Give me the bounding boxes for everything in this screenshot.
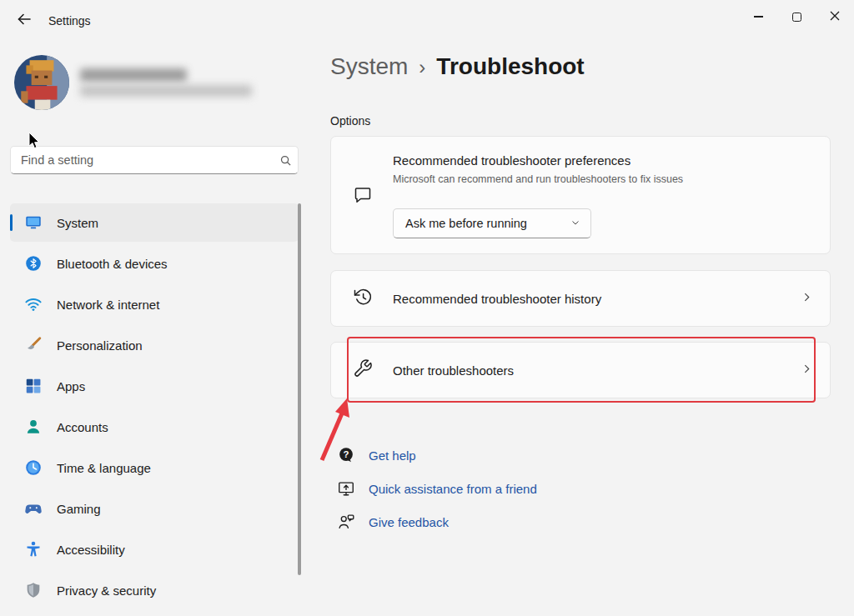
link-label: Give feedback xyxy=(369,515,449,529)
sidebar-item-label: Time & language xyxy=(57,461,151,475)
close-icon xyxy=(830,9,840,24)
window-titlebar: Settings xyxy=(0,0,854,40)
sidebar-item-label: Accessibility xyxy=(57,543,125,557)
personalization-icon xyxy=(23,335,43,355)
search-input[interactable] xyxy=(11,153,273,167)
sidebar-item-label: System xyxy=(57,216,98,230)
close-button[interactable] xyxy=(816,0,854,33)
sidebar-item-label: Network & internet xyxy=(57,298,159,312)
maximize-icon xyxy=(792,13,801,22)
card-troubleshooter-history[interactable]: Recommended troubleshooter history xyxy=(330,270,831,327)
get-help-link[interactable]: ? Get help xyxy=(330,438,537,472)
window-title: Settings xyxy=(48,14,91,28)
help-links: ? Get help Quick assistance from a frien… xyxy=(330,438,537,538)
sidebar-item-label: Accounts xyxy=(57,420,108,434)
maximize-button[interactable] xyxy=(777,0,816,33)
bluetooth-icon xyxy=(23,253,43,273)
dropdown-value: Ask me before running xyxy=(405,217,527,230)
user-email-blurred xyxy=(80,85,252,97)
sidebar-item-accounts[interactable]: Accounts xyxy=(10,408,299,446)
chevron-right-icon xyxy=(801,291,813,307)
gaming-icon xyxy=(23,498,43,518)
search-icon xyxy=(273,154,298,167)
svg-text:?: ? xyxy=(344,449,349,459)
accessibility-icon xyxy=(23,539,43,559)
sidebar-item-privacy-security[interactable]: Privacy & security xyxy=(10,571,299,609)
sidebar-item-time-language[interactable]: Time & language xyxy=(10,448,299,487)
sidebar-item-label: Personalization xyxy=(57,338,143,353)
breadcrumb: System › Troubleshoot xyxy=(330,53,585,80)
sidebar: System Bluetooth & devices Network & int… xyxy=(0,40,310,616)
breadcrumb-separator: › xyxy=(419,54,425,79)
time-language-icon xyxy=(23,458,43,478)
sidebar-item-accessibility[interactable]: Accessibility xyxy=(10,530,299,568)
main-content: System › Troubleshoot Options Recommende… xyxy=(330,40,831,616)
card-subtitle: Microsoft can recommend and run troubles… xyxy=(393,173,683,185)
apps-icon xyxy=(23,376,43,396)
sidebar-item-bluetooth[interactable]: Bluetooth & devices xyxy=(10,244,299,283)
troubleshooter-preference-dropdown[interactable]: Ask me before running xyxy=(393,208,591,238)
link-label: Quick assistance from a friend xyxy=(369,482,537,496)
quick-assistance-link[interactable]: Quick assistance from a friend xyxy=(330,472,537,505)
settings-window: Settings xyxy=(0,0,854,616)
sidebar-item-gaming[interactable]: Gaming xyxy=(10,489,299,528)
sidebar-item-label: Apps xyxy=(57,379,85,393)
card-troubleshooter-preferences: Recommended troubleshooter preferences M… xyxy=(330,136,831,254)
back-button[interactable] xyxy=(10,8,38,33)
page-title: Troubleshoot xyxy=(436,53,584,80)
sidebar-item-label: Privacy & security xyxy=(57,583,156,598)
network-icon xyxy=(23,294,43,314)
avatar xyxy=(14,55,69,110)
history-icon xyxy=(353,287,373,310)
sidebar-scrollbar[interactable] xyxy=(298,203,301,575)
breadcrumb-system[interactable]: System xyxy=(330,53,408,80)
privacy-security-icon xyxy=(23,580,43,600)
sidebar-nav: System Bluetooth & devices Network & int… xyxy=(10,203,299,612)
card-title: Recommended troubleshooter history xyxy=(393,292,781,306)
sidebar-item-system[interactable]: System xyxy=(10,203,299,242)
card-title: Other troubleshooters xyxy=(393,363,781,378)
sidebar-item-label: Gaming xyxy=(57,502,101,516)
user-name-blurred xyxy=(80,68,187,82)
chevron-down-icon xyxy=(570,217,580,230)
card-other-troubleshooters[interactable]: Other troubleshooters xyxy=(330,342,831,398)
speech-bubble-icon xyxy=(353,185,373,208)
options-section-label: Options xyxy=(330,114,370,128)
minimize-button[interactable] xyxy=(739,0,777,33)
minimize-icon xyxy=(754,16,763,17)
sidebar-item-personalization[interactable]: Personalization xyxy=(10,326,299,364)
search-box xyxy=(10,146,299,174)
quick-assist-icon xyxy=(335,479,357,498)
sidebar-item-label: Bluetooth & devices xyxy=(57,257,168,271)
window-controls xyxy=(739,0,854,33)
wrench-icon xyxy=(353,358,373,382)
feedback-icon xyxy=(335,513,357,531)
sidebar-item-apps[interactable]: Apps xyxy=(10,367,299,405)
accounts-icon xyxy=(23,417,43,437)
account-header[interactable] xyxy=(14,55,289,113)
chevron-right-icon xyxy=(801,363,813,378)
get-help-icon: ? xyxy=(335,446,357,464)
link-label: Get help xyxy=(369,448,416,463)
sidebar-item-network[interactable]: Network & internet xyxy=(10,285,299,323)
give-feedback-link[interactable]: Give feedback xyxy=(330,505,537,538)
system-icon xyxy=(23,213,43,233)
back-arrow-icon xyxy=(17,13,32,29)
card-title: Recommended troubleshooter preferences xyxy=(393,153,630,168)
